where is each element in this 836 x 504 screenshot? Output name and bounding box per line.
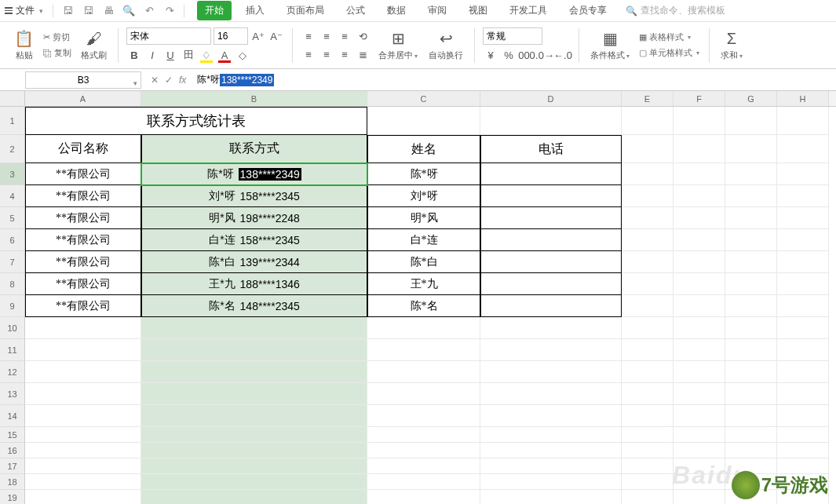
font-size-combo[interactable] <box>214 27 248 45</box>
row-header-13[interactable]: 13 <box>0 383 25 405</box>
row-header-17[interactable]: 17 <box>0 458 25 474</box>
row-header-5[interactable]: 5 <box>0 207 25 229</box>
cell-phone[interactable] <box>480 185 622 207</box>
col-header-A[interactable]: A <box>25 91 141 106</box>
cell-contact[interactable]: 陈*呀138****2349 <box>141 163 367 185</box>
cell-phone[interactable] <box>480 229 622 251</box>
save-icon[interactable]: 🖫 <box>61 5 74 17</box>
row-header-12[interactable]: 12 <box>0 361 25 383</box>
header-contact[interactable]: 联系方式 <box>141 135 367 163</box>
tab-4[interactable]: 数据 <box>379 1 414 20</box>
col-header-B[interactable]: B <box>141 91 367 106</box>
save-as-icon[interactable]: 🖫 <box>82 5 94 17</box>
format-painter-button[interactable]: 🖌 格式刷 <box>78 28 110 63</box>
percent-icon[interactable]: % <box>501 47 517 63</box>
col-header-H[interactable]: H <box>777 91 829 106</box>
wrap-text-button[interactable]: ↩ 自动换行 <box>425 27 466 63</box>
cell-name[interactable]: 刘*呀 <box>367 185 480 207</box>
row-header-11[interactable]: 11 <box>0 339 25 361</box>
conditional-format-button[interactable]: ▦ 条件格式▾ <box>587 27 633 63</box>
bold-button[interactable]: B <box>126 47 142 63</box>
clear-format-button[interactable]: ◇ <box>235 47 250 63</box>
tab-1[interactable]: 插入 <box>238 1 272 20</box>
cell-company[interactable]: **有限公司 <box>25 273 141 295</box>
cell-name[interactable]: 陈*名 <box>367 295 480 317</box>
col-header-D[interactable]: D <box>480 91 622 106</box>
increase-font-icon[interactable]: A⁺ <box>250 28 266 44</box>
header-company[interactable]: 公司名称 <box>25 135 141 163</box>
row-header-3[interactable]: 3 <box>0 163 25 185</box>
header-phone[interactable]: 电话 <box>480 135 622 163</box>
col-header-C[interactable]: C <box>367 91 480 106</box>
cell-company[interactable]: **有限公司 <box>25 295 141 317</box>
row-header-16[interactable]: 16 <box>0 443 25 458</box>
row-header-19[interactable]: 19 <box>0 490 25 504</box>
print-icon[interactable]: 🖶 <box>102 5 115 17</box>
row-header-15[interactable]: 15 <box>0 427 25 443</box>
cell-contact[interactable]: 陈*名148****2345 <box>141 295 367 317</box>
fx-icon[interactable]: fx <box>179 75 186 86</box>
cell-name[interactable]: 白*连 <box>367 229 480 251</box>
cell-phone[interactable] <box>480 273 622 295</box>
cell-name[interactable]: 王*九 <box>367 273 480 295</box>
paste-button[interactable]: 📋 粘贴 <box>11 27 37 63</box>
confirm-edit-icon[interactable]: ✓ <box>165 75 173 86</box>
cell-name[interactable]: 明*风 <box>367 207 480 229</box>
cell-company[interactable]: **有限公司 <box>25 185 141 207</box>
file-dropdown-icon[interactable]: ▾ <box>39 7 43 15</box>
tab-5[interactable]: 审阅 <box>420 1 455 20</box>
orientation-icon[interactable]: ⟲ <box>355 28 371 44</box>
cell-phone[interactable] <box>480 207 622 229</box>
row-header-4[interactable]: 4 <box>0 185 25 207</box>
currency-icon[interactable]: ¥ <box>483 47 498 63</box>
cut-button[interactable]: ✂剪切 <box>42 31 73 44</box>
row-header-9[interactable]: 9 <box>0 295 25 317</box>
align-right-icon[interactable]: ≡ <box>337 46 352 62</box>
cell-name[interactable]: 陈*呀 <box>367 163 480 185</box>
cell-contact[interactable]: 刘*呀158****2345 <box>141 185 367 207</box>
copy-button[interactable]: ⿻复制 <box>42 46 73 60</box>
cell-contact[interactable]: 陈*白139****2344 <box>141 251 367 273</box>
border-button[interactable]: 田 <box>181 47 196 63</box>
cell-phone[interactable] <box>480 163 622 185</box>
cell-company[interactable]: **有限公司 <box>25 251 141 273</box>
cancel-edit-icon[interactable]: ✕ <box>151 75 159 86</box>
tab-2[interactable]: 页面布局 <box>279 1 332 20</box>
align-center-icon[interactable]: ≡ <box>319 46 334 62</box>
sum-button[interactable]: Σ 求和▾ <box>717 28 746 63</box>
inc-decimal-icon[interactable]: .0→ <box>537 47 553 63</box>
italic-button[interactable]: I <box>144 47 160 63</box>
col-header-G[interactable]: G <box>725 91 777 106</box>
cell-company[interactable]: **有限公司 <box>25 229 141 251</box>
undo-icon[interactable]: ↶ <box>143 5 155 17</box>
font-color-button[interactable]: A <box>217 47 232 63</box>
file-menu[interactable]: 文件 <box>16 4 35 17</box>
align-bottom-icon[interactable]: ≡ <box>337 28 352 44</box>
print-preview-icon[interactable]: 🔍 <box>122 5 135 17</box>
row-header-14[interactable]: 14 <box>0 405 25 427</box>
name-box[interactable]: B3▾ <box>25 71 141 89</box>
tab-3[interactable]: 公式 <box>338 1 373 20</box>
row-header-2[interactable]: 2 <box>0 135 25 163</box>
font-name-combo[interactable] <box>126 27 211 45</box>
col-header-F[interactable]: F <box>674 91 725 106</box>
tab-0[interactable]: 开始 <box>197 1 232 20</box>
cell-name[interactable]: 陈*白 <box>367 251 480 273</box>
align-top-icon[interactable]: ≡ <box>301 28 316 44</box>
hamburger-icon[interactable] <box>5 7 13 14</box>
cell-phone[interactable] <box>480 295 622 317</box>
cell-style-button[interactable]: ▢单元格样式▾ <box>637 46 701 60</box>
underline-button[interactable]: U <box>162 47 178 63</box>
select-all-corner[interactable] <box>0 91 25 106</box>
tab-8[interactable]: 会员专享 <box>561 1 615 20</box>
indent-icon[interactable]: ≣ <box>355 46 371 62</box>
number-format-combo[interactable] <box>483 27 542 45</box>
redo-icon[interactable]: ↷ <box>163 5 176 17</box>
row-header-10[interactable]: 10 <box>0 317 25 339</box>
cell-contact[interactable]: 明*风198****2248 <box>141 207 367 229</box>
row-header-1[interactable]: 1 <box>0 107 25 135</box>
command-search[interactable]: 🔍 查找命令、搜索模板 <box>626 4 725 17</box>
cell-phone[interactable] <box>480 251 622 273</box>
decrease-font-icon[interactable]: A⁻ <box>268 28 284 44</box>
fill-color-button[interactable]: ♢ <box>199 47 214 63</box>
